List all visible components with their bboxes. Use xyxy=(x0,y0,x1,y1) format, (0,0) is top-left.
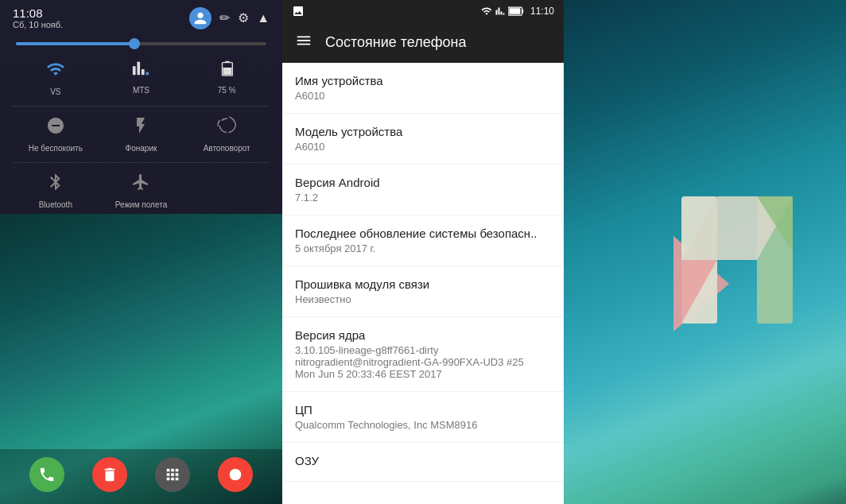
phone-status-panel: 11:10 Состояние телефона Имя устройства … xyxy=(282,0,564,504)
pm-row-security-update[interactable]: Последнее обновление системы безопасн.. … xyxy=(282,215,564,266)
pm-row-title-model: Модель устройства xyxy=(295,125,551,138)
pm-time: 11:10 xyxy=(530,6,554,17)
pm-row-android-version[interactable]: Версия Android 7.1.2 xyxy=(282,165,564,215)
pm-row-title-security: Последнее обновление системы безопасн.. xyxy=(295,227,551,240)
pm-row-cpu[interactable]: ЦП Qualcomm Technologies, Inc MSM8916 xyxy=(282,392,564,443)
qs-header-icons: ✏ ⚙ ▲ xyxy=(189,7,270,29)
pm-row-title-ram: ОЗУ xyxy=(295,454,551,467)
qs-tile-wifi[interactable]: VS xyxy=(28,60,83,96)
pm-row-ram[interactable]: ОЗУ xyxy=(282,443,564,482)
pm-row-model[interactable]: Модель устройства A6010 xyxy=(282,114,564,165)
pm-status-right: 11:10 xyxy=(481,6,554,17)
quick-settings-panel: 11:08 Сб, 10 нояб. ✏ ⚙ ▲ VS xyxy=(0,0,282,504)
pm-row-baseband[interactable]: Прошивка модуля связи Неизвестно xyxy=(282,266,564,317)
pm-row-value-android: 7.1.2 xyxy=(295,192,551,204)
pm-row-kernel[interactable]: Версия ядра 3.10.105-lineage-g8ff7661-di… xyxy=(282,317,564,392)
qs-time-date: 11:08 Сб, 10 нояб. xyxy=(13,6,63,29)
app-dock xyxy=(0,449,282,504)
pm-row-value-kernel: 3.10.105-lineage-g8ff7661-dirty nitrogra… xyxy=(295,344,551,380)
qs-date: Сб, 10 нояб. xyxy=(13,20,63,29)
brightness-fill xyxy=(16,42,136,45)
qs-time: 11:08 xyxy=(13,6,63,20)
svg-rect-6 xyxy=(509,8,520,14)
pm-wifi-icon xyxy=(481,6,492,17)
brightness-slider[interactable] xyxy=(16,42,266,45)
image-icon xyxy=(292,5,305,17)
dnd-label: Не беспокоить xyxy=(29,144,83,153)
qs-tiles-row-1: VS MTS 75 % xyxy=(0,55,282,101)
wifi-label: VS xyxy=(50,87,60,96)
qs-tile-empty xyxy=(199,173,254,209)
qs-divider-1 xyxy=(13,106,270,107)
dnd-icon xyxy=(46,116,65,140)
flashlight-label: Фонарик xyxy=(126,144,157,153)
pm-row-device-name[interactable]: Имя устройства A6010 xyxy=(282,63,564,114)
flashlight-icon xyxy=(131,116,150,140)
dock-apps-icon[interactable] xyxy=(155,457,190,492)
svg-rect-2 xyxy=(223,68,232,75)
android-n-panel xyxy=(564,0,846,504)
pm-header: Состояние телефона xyxy=(282,22,564,63)
bluetooth-icon xyxy=(46,173,65,196)
pm-row-value-device-name: A6010 xyxy=(295,90,551,102)
pm-row-value-model: A6010 xyxy=(295,141,551,153)
pm-row-title-kernel: Версия ядра xyxy=(295,328,551,342)
qs-divider-2 xyxy=(13,162,270,163)
brightness-thumb xyxy=(129,38,140,49)
qs-tile-dnd[interactable]: Не беспокоить xyxy=(28,116,83,153)
pm-status-bar: 11:10 xyxy=(282,0,564,22)
svg-rect-1 xyxy=(225,61,230,63)
pm-row-title-device-name: Имя устройства xyxy=(295,74,551,87)
pm-signal-icon xyxy=(495,6,505,17)
bluetooth-label: Bluetooth xyxy=(39,200,72,209)
user-avatar[interactable] xyxy=(189,7,212,29)
pm-row-value-cpu: Qualcomm Technologies, Inc MSM8916 xyxy=(295,419,551,431)
edit-icon[interactable]: ✏ xyxy=(219,10,230,25)
qs-tiles-row-2: Не беспокоить Фонарик Автоповорот xyxy=(0,111,282,157)
battery-label: 75 % xyxy=(218,86,236,95)
pm-row-title-cpu: ЦП xyxy=(295,403,551,417)
signal-icon xyxy=(132,60,149,82)
svg-point-3 xyxy=(229,469,241,481)
qs-tile-airplane[interactable]: Режим полета xyxy=(113,173,169,209)
settings-icon[interactable]: ⚙ xyxy=(238,10,249,25)
android-n-logo xyxy=(658,173,817,331)
qs-status-bar: 11:08 Сб, 10 нояб. ✏ ⚙ ▲ xyxy=(0,0,282,33)
rotate-label: Автоповорот xyxy=(204,144,250,153)
pm-row-value-security: 5 октября 2017 г. xyxy=(295,242,551,254)
dock-phone-icon[interactable] xyxy=(29,457,64,492)
pm-row-value-baseband: Неизвестно xyxy=(295,293,551,305)
qs-tile-flashlight[interactable]: Фонарик xyxy=(113,116,169,153)
expand-icon[interactable]: ▲ xyxy=(257,11,270,25)
pm-menu-icon[interactable] xyxy=(295,32,312,53)
svg-rect-5 xyxy=(522,10,523,14)
qs-wallpaper xyxy=(0,214,282,504)
qs-tile-battery[interactable]: 75 % xyxy=(199,60,254,96)
pm-status-left xyxy=(292,5,305,17)
pm-battery-icon xyxy=(508,6,524,16)
qs-tiles-row-3: Bluetooth Режим полета xyxy=(0,168,282,214)
wifi-icon xyxy=(46,60,65,83)
airplane-label: Режим полета xyxy=(115,200,167,209)
pm-header-title: Состояние телефона xyxy=(325,34,467,51)
brightness-slider-section xyxy=(0,33,282,55)
qs-tile-rotate[interactable]: Автоповорот xyxy=(199,116,254,153)
rotate-icon xyxy=(217,116,236,140)
dock-record-icon[interactable] xyxy=(218,457,253,492)
signal-label: MTS xyxy=(133,86,149,95)
dock-trash-icon[interactable] xyxy=(92,457,127,492)
battery-icon xyxy=(218,60,235,82)
pm-row-title-baseband: Прошивка модуля связи xyxy=(295,277,551,291)
pm-content: Имя устройства A6010 Модель устройства A… xyxy=(282,63,564,504)
airplane-icon xyxy=(131,173,150,196)
qs-tile-signal[interactable]: MTS xyxy=(113,60,169,96)
qs-tile-bluetooth[interactable]: Bluetooth xyxy=(28,173,83,209)
pm-row-title-android: Версия Android xyxy=(295,176,551,189)
